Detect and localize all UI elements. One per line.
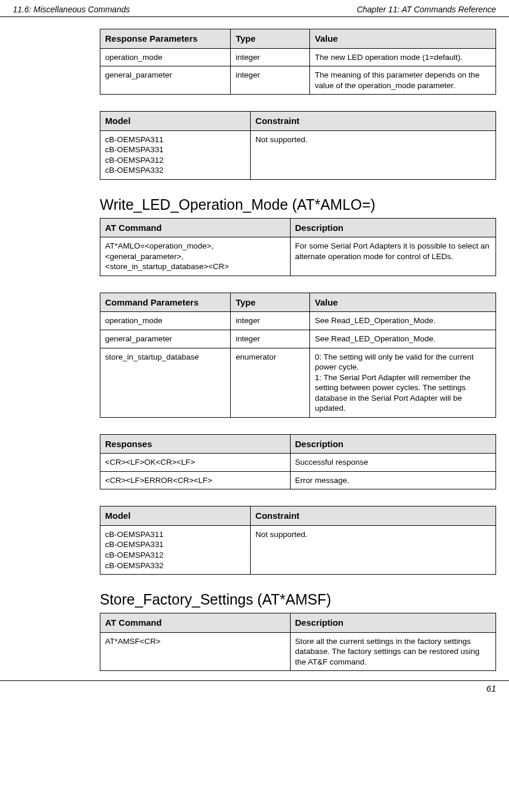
table-header: Model — [100, 112, 251, 131]
table-header: Response Parameters — [100, 29, 231, 49]
table-cell: Not supported. — [251, 130, 496, 179]
table-row: AT*AMSF<CR> Store all the current settin… — [100, 632, 496, 671]
table-header: Type — [231, 293, 310, 312]
page-header: 11.6: Miscellaneous Commands Chapter 11:… — [0, 0, 509, 17]
table-header: Responses — [100, 434, 291, 454]
table-cell: store_in_startup_database — [100, 348, 231, 417]
model-constraint-table: Model Constraint cB-OEMSPA311cB-OEMSPA33… — [100, 111, 496, 180]
table-cell: See Read_LED_Operation_Mode. — [310, 312, 496, 330]
responses-table: Responses Description <CR><LF>OK<CR><LF>… — [100, 434, 496, 490]
table-cell: Error message. — [290, 471, 495, 489]
table-header: Description — [290, 613, 495, 633]
table-cell: The meaning of this parameter depends on… — [310, 66, 496, 95]
table-header: AT Command — [100, 218, 291, 237]
table-cell: integer — [231, 312, 310, 330]
table-header: Constraint — [251, 112, 496, 131]
table-cell: integer — [231, 66, 310, 95]
table-header: Value — [310, 29, 496, 49]
at-command-table: AT Command Description AT*AMLO=<operatio… — [100, 218, 496, 276]
table-cell: cB-OEMSPA311cB-OEMSPA331cB-OEMSPA312cB-O… — [100, 525, 251, 574]
table-row: operation_mode integer See Read_LED_Oper… — [100, 312, 496, 330]
table-cell: 0: The setting will only be valid for th… — [310, 348, 496, 417]
header-left: 11.6: Miscellaneous Commands — [13, 5, 130, 14]
header-right: Chapter 11: AT Commands Reference — [357, 5, 496, 14]
page-number: 61 — [486, 683, 496, 693]
table-cell: integer — [231, 330, 310, 348]
table-header: Description — [290, 218, 495, 237]
table-row: cB-OEMSPA311cB-OEMSPA331cB-OEMSPA312cB-O… — [100, 130, 496, 179]
page-content: Response Parameters Type Value operation… — [0, 17, 509, 680]
page-footer: 61 — [0, 680, 509, 705]
table-row: store_in_startup_database enumerator 0: … — [100, 348, 496, 417]
table-cell: integer — [231, 48, 310, 66]
at-command-table-2: AT Command Description AT*AMSF<CR> Store… — [100, 613, 496, 671]
table-cell: Successful response — [290, 454, 495, 472]
table-row: general_parameter integer The meaning of… — [100, 66, 496, 95]
table-row: cB-OEMSPA311cB-OEMSPA331cB-OEMSPA312cB-O… — [100, 525, 496, 574]
table-cell: See Read_LED_Operation_Mode. — [310, 330, 496, 348]
table-cell: <CR><LF>OK<CR><LF> — [100, 454, 291, 472]
table-cell: enumerator — [231, 348, 310, 417]
table-row: general_parameter integer See Read_LED_O… — [100, 330, 496, 348]
table-row: <CR><LF>ERROR<CR><LF> Error message. — [100, 471, 496, 489]
table-header: Description — [290, 434, 495, 454]
table-cell: Store all the current settings in the fa… — [290, 632, 495, 671]
model-constraint-table-2: Model Constraint cB-OEMSPA311cB-OEMSPA33… — [100, 506, 496, 575]
table-cell: AT*AMLO=<operation_mode>, <general_param… — [100, 237, 291, 276]
table-cell: <CR><LF>ERROR<CR><LF> — [100, 471, 291, 489]
table-cell: For some Serial Port Adapters it is poss… — [290, 237, 495, 276]
table-cell: operation_mode — [100, 48, 231, 66]
table-header: Model — [100, 506, 251, 526]
section-heading: Write_LED_Operation_Mode (AT*AMLO=) — [100, 196, 496, 213]
table-cell: general_parameter — [100, 66, 231, 95]
section-heading: Store_Factory_Settings (AT*AMSF) — [100, 591, 496, 608]
table-header: Type — [231, 29, 310, 49]
table-cell: cB-OEMSPA311cB-OEMSPA331cB-OEMSPA312cB-O… — [100, 130, 251, 179]
table-row: operation_mode integer The new LED opera… — [100, 48, 496, 66]
table-cell: operation_mode — [100, 312, 231, 330]
table-header: Command Parameters — [100, 293, 231, 312]
command-parameters-table: Command Parameters Type Value operation_… — [100, 293, 496, 418]
table-row: AT*AMLO=<operation_mode>, <general_param… — [100, 237, 496, 276]
table-cell: general_parameter — [100, 330, 231, 348]
table-row: <CR><LF>OK<CR><LF> Successful response — [100, 454, 496, 472]
table-cell: Not supported. — [251, 525, 496, 574]
table-header: AT Command — [100, 613, 291, 633]
table-cell: The new LED operation mode (1=default). — [310, 48, 496, 66]
response-parameters-table: Response Parameters Type Value operation… — [100, 29, 496, 95]
table-cell: AT*AMSF<CR> — [100, 632, 291, 671]
table-header: Constraint — [251, 506, 496, 526]
table-header: Value — [310, 293, 496, 312]
